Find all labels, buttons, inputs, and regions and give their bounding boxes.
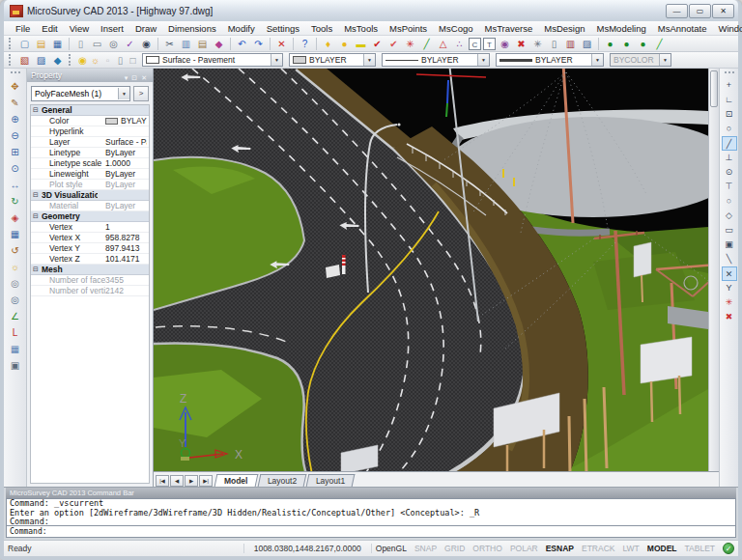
- ms-flag-icon[interactable]: ✖: [513, 37, 529, 51]
- visibility-alt-icon[interactable]: ◎: [7, 292, 24, 308]
- snap-circle-icon[interactable]: ○: [722, 122, 737, 136]
- snap-from-icon[interactable]: ╲: [722, 252, 737, 266]
- ms-pts-icon[interactable]: ∴: [451, 37, 468, 51]
- snap-point-icon[interactable]: +: [722, 78, 737, 93]
- ms-table-icon[interactable]: ▥: [562, 37, 579, 51]
- dropdown-arrow-icon[interactable]: ▼: [271, 54, 282, 66]
- menu-item[interactable]: Window: [712, 23, 742, 34]
- ms-search-icon[interactable]: ◉: [497, 37, 513, 51]
- tab-last-button[interactable]: ▶|: [199, 475, 213, 487]
- status-toggle[interactable]: GRID: [441, 544, 469, 553]
- maximize-button[interactable]: ▭: [689, 4, 711, 18]
- snap-nearest-icon[interactable]: ╱: [722, 136, 737, 151]
- format-painter-icon[interactable]: ◆: [211, 37, 227, 51]
- new-icon[interactable]: ▢: [16, 37, 33, 51]
- ms-cogo2-icon[interactable]: ●: [618, 37, 635, 51]
- orbit-icon[interactable]: ↻: [7, 193, 24, 210]
- toolbar-grip[interactable]: [69, 54, 73, 66]
- undo-icon[interactable]: ↶: [234, 37, 250, 51]
- property-row[interactable]: ⊟ Geometry: [31, 211, 149, 222]
- status-toggle[interactable]: MODEL: [643, 544, 681, 553]
- dropdown-arrow-icon[interactable]: ▼: [477, 54, 489, 66]
- ms-check-edit-icon[interactable]: ✔: [385, 37, 402, 51]
- dropdown-arrow-icon[interactable]: ▼: [363, 54, 375, 66]
- menu-item[interactable]: File: [10, 23, 36, 34]
- ms-green-line-icon[interactable]: ╱: [651, 37, 668, 51]
- ms-points-icon[interactable]: ✳: [402, 37, 418, 51]
- panel-pin-icon[interactable]: ⊡: [129, 74, 139, 81]
- ms-layer-chip-icon[interactable]: ▬: [353, 37, 369, 51]
- menu-item[interactable]: Edit: [36, 23, 63, 34]
- menu-item[interactable]: MsDesign: [538, 23, 590, 34]
- menu-item[interactable]: MsAnnotate: [652, 23, 713, 34]
- angle-icon[interactable]: ∠: [7, 308, 24, 324]
- dropdown-arrow-icon[interactable]: ▼: [591, 54, 603, 66]
- menu-item[interactable]: Modify: [222, 23, 261, 34]
- menu-item[interactable]: Draw: [129, 23, 162, 34]
- ms-marker-icon[interactable]: ♦: [320, 37, 336, 51]
- object-type-dropdown[interactable]: PolyFaceMesh (1) ▼: [31, 86, 130, 101]
- spell-check-icon[interactable]: ✓: [122, 37, 138, 51]
- menu-item[interactable]: Settings: [261, 23, 305, 34]
- help-icon[interactable]: ?: [297, 37, 313, 51]
- status-toggle[interactable]: LWT: [618, 544, 642, 553]
- ms-bucket-icon[interactable]: ●: [336, 37, 353, 51]
- layer-swatch-icon[interactable]: □: [127, 53, 139, 68]
- snap-insert-icon[interactable]: ▭: [722, 223, 737, 238]
- property-row[interactable]: Vertex X 958.8278: [31, 233, 149, 243]
- drawing-viewport[interactable]: Z Y X: [154, 69, 708, 471]
- redo-icon[interactable]: ↷: [250, 37, 267, 51]
- zoom-out-icon[interactable]: ⊖: [7, 127, 24, 144]
- dock-grip[interactable]: [11, 71, 20, 76]
- snap-quadrant-icon[interactable]: ◇: [722, 209, 737, 223]
- lineweight-dropdown[interactable]: BYLAYER ▼: [496, 53, 604, 67]
- layer-bulb-icon[interactable]: ◉: [76, 53, 89, 68]
- status-toggle[interactable]: OpenGL: [372, 544, 411, 553]
- sun-light-icon[interactable]: ☼: [7, 259, 24, 275]
- tab-next-button[interactable]: ▶: [185, 475, 198, 487]
- table-icon[interactable]: ▦: [7, 341, 24, 357]
- property-panel-header[interactable]: Property ▾⊡✕: [27, 69, 153, 82]
- menu-item[interactable]: Tools: [305, 23, 338, 34]
- copy-icon[interactable]: ▥: [178, 37, 194, 51]
- cut-icon[interactable]: ✂: [161, 37, 178, 51]
- layer-dropdown[interactable]: Surface - Pavement ▼: [142, 53, 283, 67]
- property-row[interactable]: Lineweight ByLayer: [31, 169, 149, 180]
- axis-icon[interactable]: L: [7, 324, 24, 341]
- layer-thaw-icon[interactable]: ▫: [101, 53, 114, 68]
- page-icon[interactable]: ▯: [72, 37, 89, 51]
- command-bar-title[interactable]: MicroSurvey CAD 2013 Command Bar: [6, 488, 736, 498]
- toolbar-grip[interactable]: [9, 38, 14, 49]
- ms-cogo1-icon[interactable]: ●: [602, 37, 618, 51]
- command-history[interactable]: Command: _vscurrentEnter an option [2dWi…: [6, 498, 736, 526]
- layout-tab[interactable]: Model: [214, 474, 258, 487]
- snap-block-icon[interactable]: ▣: [722, 238, 737, 252]
- layout-tab[interactable]: Layout2: [257, 474, 306, 487]
- status-toggle[interactable]: SNAP: [411, 544, 441, 553]
- property-row[interactable]: ⊟ General: [31, 105, 149, 116]
- menu-item[interactable]: MsTraverse: [478, 23, 538, 34]
- tab-first-button[interactable]: |◀: [156, 475, 169, 487]
- property-row[interactable]: Vertex 1: [31, 222, 149, 233]
- status-ok-icon[interactable]: ✓: [723, 543, 734, 554]
- ms-doc-icon[interactable]: ▯: [546, 37, 562, 51]
- command-input[interactable]: Command:: [6, 526, 736, 538]
- snap-node-icon[interactable]: ⊡: [722, 107, 737, 122]
- minimize-button[interactable]: —: [666, 4, 688, 18]
- open-icon[interactable]: ▤: [33, 37, 49, 51]
- quick-select-button[interactable]: >: [133, 86, 149, 101]
- render-icon[interactable]: ◆: [49, 53, 66, 68]
- menu-item[interactable]: MsTools: [338, 23, 384, 34]
- snap-perpendicular-icon[interactable]: ⊤: [722, 180, 737, 194]
- menu-item[interactable]: Insert: [95, 23, 129, 34]
- status-toggle[interactable]: ORTHO: [469, 544, 506, 553]
- property-row[interactable]: Linetype ByLayer: [31, 148, 149, 158]
- find-icon[interactable]: ◉: [138, 37, 155, 51]
- walk-icon[interactable]: ↺: [7, 242, 24, 259]
- property-row[interactable]: Vertex Z 101.4171: [31, 254, 149, 265]
- ms-gear-icon[interactable]: ✳: [529, 37, 546, 51]
- dock-grip[interactable]: [725, 71, 734, 76]
- property-row[interactable]: Layer Surface - Pavement: [31, 137, 149, 148]
- snap-off-icon[interactable]: ✖: [722, 310, 737, 324]
- snap-endpoint-icon[interactable]: ∟: [722, 93, 737, 107]
